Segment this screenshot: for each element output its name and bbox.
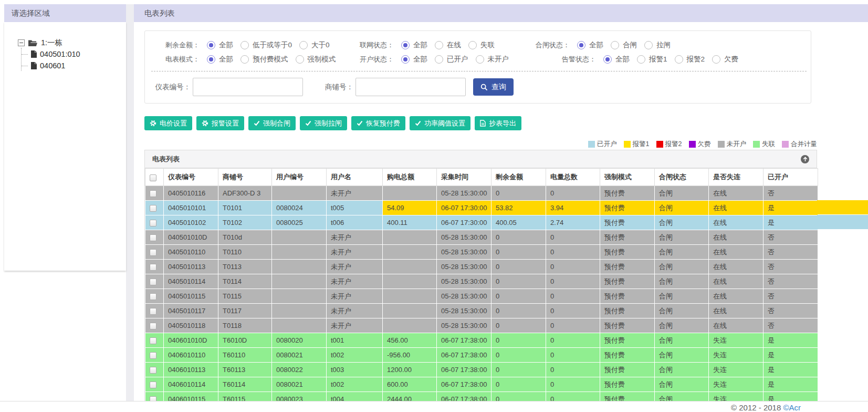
radio-icon[interactable] (611, 41, 619, 49)
radio-icon[interactable] (712, 55, 720, 64)
radio-icon[interactable] (240, 55, 249, 64)
cell: 否 (764, 260, 818, 274)
radio-option[interactable]: 大于0 (299, 40, 330, 50)
radio-option[interactable]: 失联 (468, 40, 495, 50)
sidebar-main-divider (126, 4, 134, 401)
radio-option[interactable]: 合闸 (611, 40, 637, 50)
cell: 是 (764, 215, 818, 230)
action-button-功率阈值设置[interactable]: 功率阈值设置 (410, 116, 470, 130)
check-icon (415, 120, 421, 126)
row-checkbox[interactable] (150, 323, 156, 329)
radio-option[interactable]: 全部 (207, 40, 233, 50)
cell: 在线 (709, 215, 764, 230)
radio-icon[interactable] (675, 55, 683, 64)
radio-option-label: 大于0 (311, 40, 330, 50)
radio-icon[interactable] (299, 41, 308, 49)
radio-icon[interactable] (435, 55, 443, 64)
filter-group: 合闸状态：全部合闸拉闸 (521, 40, 811, 50)
row-checkbox[interactable] (150, 337, 156, 344)
radio-icon[interactable] (435, 41, 443, 49)
action-button-电价设置[interactable]: 电价设置 (144, 116, 192, 130)
table-row: 0406010114T601140080021t002600.0006-07 1… (145, 377, 818, 392)
radio-option[interactable]: 全部 (401, 55, 427, 64)
action-button-报警设置[interactable]: 报警设置 (196, 116, 244, 130)
row-checkbox[interactable] (150, 352, 156, 359)
radio-option[interactable]: 拉闸 (644, 40, 671, 50)
cell (383, 289, 437, 304)
cell (383, 318, 437, 333)
radio-option[interactable]: 报警1 (637, 55, 667, 64)
cell: 0405010116 (164, 186, 218, 201)
radio-option[interactable]: 预付费模式 (240, 55, 288, 64)
radio-icon[interactable] (296, 55, 304, 64)
radio-icon[interactable] (476, 55, 484, 64)
row-checkbox[interactable] (150, 205, 156, 212)
action-button-强制合闸[interactable]: 强制合闸 (248, 116, 296, 130)
table-row: 0405010101T01010080024t00554.0906-07 17:… (145, 201, 818, 215)
legend-item: 已开户 (588, 140, 617, 149)
cell: 0 (546, 377, 600, 392)
tree-child-label[interactable]: 040601 (40, 61, 65, 70)
cell: 600.00 (383, 377, 437, 392)
row-checkbox[interactable] (150, 220, 156, 226)
cell: 0 (491, 230, 546, 245)
row-checkbox[interactable] (150, 234, 156, 241)
radio-icon[interactable] (468, 41, 477, 49)
brand-link[interactable]: ©Acr (783, 403, 801, 412)
collapse-up-icon[interactable] (801, 155, 809, 163)
radio-option[interactable]: 全部 (577, 40, 603, 50)
select-all-checkbox[interactable] (150, 174, 156, 181)
radio-option[interactable]: 未开户 (476, 55, 509, 64)
radio-option[interactable]: 全部 (401, 40, 427, 50)
action-button-抄表导出[interactable]: 抄表导出 (475, 116, 521, 130)
legend-label: 报警1 (633, 140, 650, 149)
radio-option[interactable]: 全部 (603, 55, 630, 64)
row-checkbox[interactable] (150, 293, 156, 300)
action-button-恢复预付费[interactable]: 恢复预付费 (351, 116, 405, 130)
gear-icon (202, 120, 208, 127)
cell: 合闸 (655, 260, 709, 274)
radio-option[interactable]: 全部 (207, 55, 233, 64)
column-header-用户名: 用户名 (327, 169, 383, 186)
radio-option[interactable]: 强制模式 (296, 55, 336, 64)
radio-option[interactable]: 报警2 (675, 55, 705, 64)
tree-child-label[interactable]: 040501:010 (40, 50, 80, 58)
row-checkbox[interactable] (150, 382, 156, 388)
row-checkbox[interactable] (150, 264, 156, 271)
cell: 在线 (709, 201, 764, 215)
radio-option[interactable]: 欠费 (712, 55, 738, 64)
table-row: 0405010110T0110未开户05-28 15:30:0000预付费合闸在… (145, 245, 818, 260)
table-row: 0405010114T0114未开户05-28 15:30:0000预付费合闸在… (145, 274, 818, 289)
cell: 预付费 (600, 289, 655, 304)
search-button[interactable]: 查询 (473, 78, 514, 96)
tree-root-label[interactable]: 1:一栋 (41, 38, 62, 48)
radio-icon[interactable] (603, 55, 612, 64)
tree-collapse-icon[interactable] (18, 39, 25, 46)
radio-option[interactable]: 低于或等于0 (240, 40, 292, 50)
tree-child-node[interactable]: 040501:010 (22, 48, 126, 59)
radio-option[interactable]: 已开户 (435, 55, 468, 64)
action-button-强制拉闸[interactable]: 强制拉闸 (300, 116, 347, 130)
row-checkbox[interactable] (150, 308, 156, 315)
tree-root-node[interactable]: 1:一栋 (18, 38, 126, 48)
cell: 未开户 (327, 318, 383, 333)
table-row: 0405010116ADF300-D 3未开户05-28 15:30:0000预… (145, 186, 818, 201)
radio-option[interactable]: 在线 (435, 40, 461, 50)
radio-icon[interactable] (401, 41, 410, 49)
cell: T60110 (218, 348, 272, 363)
meter-no-input[interactable] (193, 78, 303, 96)
row-checkbox[interactable] (150, 190, 156, 197)
row-checkbox[interactable] (150, 249, 156, 256)
row-checkbox[interactable] (150, 279, 156, 285)
shop-no-input[interactable] (355, 78, 466, 96)
tree-child-node[interactable]: 040601 (22, 59, 126, 71)
radio-icon[interactable] (644, 41, 653, 49)
cell: 05-28 15:30:00 (437, 289, 491, 304)
radio-icon[interactable] (577, 41, 585, 49)
radio-icon[interactable] (637, 55, 645, 64)
radio-icon[interactable] (401, 55, 410, 64)
radio-icon[interactable] (240, 41, 249, 49)
radio-icon[interactable] (207, 41, 215, 49)
row-checkbox[interactable] (150, 367, 156, 374)
radio-icon[interactable] (207, 55, 215, 64)
